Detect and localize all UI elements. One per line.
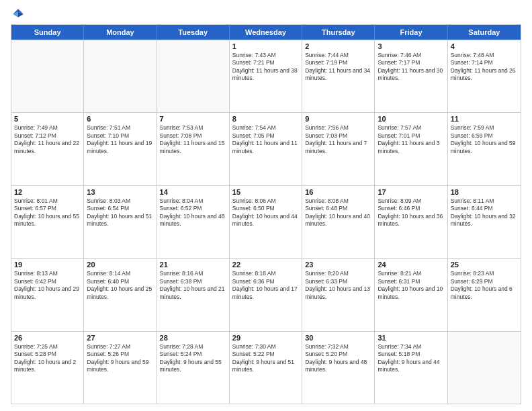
day-number: 20 — [87, 261, 153, 269]
day-number: 11 — [451, 115, 518, 123]
day-number: 18 — [451, 188, 518, 196]
day-number: 24 — [378, 261, 444, 269]
day-cell-11: 11Sunrise: 7:59 AM Sunset: 6:59 PM Dayli… — [448, 113, 521, 185]
cell-info: Sunrise: 8:14 AM Sunset: 6:40 PM Dayligh… — [87, 270, 153, 301]
day-cell-30: 30Sunrise: 7:32 AM Sunset: 5:20 PM Dayli… — [302, 332, 375, 404]
day-cell-9: 9Sunrise: 7:56 AM Sunset: 7:03 PM Daylig… — [302, 113, 375, 185]
day-cell-14: 14Sunrise: 8:04 AM Sunset: 6:52 PM Dayli… — [157, 186, 230, 258]
day-number: 30 — [305, 334, 371, 342]
cell-info: Sunrise: 8:04 AM Sunset: 6:52 PM Dayligh… — [160, 197, 226, 228]
cell-info: Sunrise: 8:16 AM Sunset: 6:38 PM Dayligh… — [160, 270, 226, 301]
day-number: 26 — [14, 334, 81, 342]
day-cell-3: 3Sunrise: 7:46 AM Sunset: 7:17 PM Daylig… — [375, 40, 447, 112]
day-number: 3 — [378, 42, 444, 50]
day-cell-15: 15Sunrise: 8:06 AM Sunset: 6:50 PM Dayli… — [230, 186, 302, 258]
day-cell-6: 6Sunrise: 7:51 AM Sunset: 7:10 PM Daylig… — [84, 113, 157, 185]
header — [11, 7, 521, 21]
empty-cell — [157, 40, 230, 112]
day-cell-26: 26Sunrise: 7:25 AM Sunset: 5:28 PM Dayli… — [11, 332, 84, 404]
cell-info: Sunrise: 7:48 AM Sunset: 7:14 PM Dayligh… — [451, 52, 518, 83]
weekday-header-row: SundayMondayTuesdayWednesdayThursdayFrid… — [11, 25, 521, 40]
day-cell-23: 23Sunrise: 8:20 AM Sunset: 6:33 PM Dayli… — [302, 259, 375, 330]
day-cell-27: 27Sunrise: 7:27 AM Sunset: 5:26 PM Dayli… — [84, 332, 157, 404]
day-number: 1 — [232, 42, 299, 50]
day-number: 27 — [87, 334, 153, 342]
day-cell-7: 7Sunrise: 7:53 AM Sunset: 7:08 PM Daylig… — [157, 113, 230, 185]
cell-info: Sunrise: 8:01 AM Sunset: 6:57 PM Dayligh… — [14, 197, 81, 228]
day-number: 5 — [14, 115, 81, 123]
weekday-header-sunday: Sunday — [11, 25, 84, 40]
cell-info: Sunrise: 8:13 AM Sunset: 6:42 PM Dayligh… — [14, 270, 81, 301]
day-number: 23 — [305, 261, 371, 269]
calendar-row-1: 1Sunrise: 7:43 AM Sunset: 7:21 PM Daylig… — [11, 40, 521, 112]
weekday-header-saturday: Saturday — [448, 25, 521, 40]
cell-info: Sunrise: 7:59 AM Sunset: 6:59 PM Dayligh… — [451, 124, 518, 155]
day-number: 8 — [232, 115, 299, 123]
cell-info: Sunrise: 8:03 AM Sunset: 6:54 PM Dayligh… — [87, 197, 153, 228]
day-cell-29: 29Sunrise: 7:30 AM Sunset: 5:22 PM Dayli… — [230, 332, 302, 404]
cell-info: Sunrise: 8:09 AM Sunset: 6:46 PM Dayligh… — [378, 197, 444, 228]
cell-info: Sunrise: 8:11 AM Sunset: 6:44 PM Dayligh… — [451, 197, 518, 228]
day-number: 9 — [305, 115, 371, 123]
calendar-row-4: 19Sunrise: 8:13 AM Sunset: 6:42 PM Dayli… — [11, 258, 521, 330]
day-cell-12: 12Sunrise: 8:01 AM Sunset: 6:57 PM Dayli… — [11, 186, 84, 258]
cell-info: Sunrise: 7:32 AM Sunset: 5:20 PM Dayligh… — [305, 343, 371, 374]
cell-info: Sunrise: 8:08 AM Sunset: 6:48 PM Dayligh… — [305, 197, 371, 228]
weekday-header-wednesday: Wednesday — [230, 25, 302, 40]
day-number: 14 — [160, 188, 226, 196]
cell-info: Sunrise: 7:28 AM Sunset: 5:24 PM Dayligh… — [160, 343, 226, 374]
cell-info: Sunrise: 7:43 AM Sunset: 7:21 PM Dayligh… — [232, 52, 299, 83]
day-number: 22 — [232, 261, 299, 269]
cell-info: Sunrise: 7:30 AM Sunset: 5:22 PM Dayligh… — [232, 343, 299, 374]
day-number: 16 — [305, 188, 371, 196]
logo — [11, 7, 27, 21]
day-cell-28: 28Sunrise: 7:28 AM Sunset: 5:24 PM Dayli… — [157, 332, 230, 404]
day-cell-13: 13Sunrise: 8:03 AM Sunset: 6:54 PM Dayli… — [84, 186, 157, 258]
calendar: SundayMondayTuesdayWednesdayThursdayFrid… — [11, 24, 521, 404]
logo-icon — [11, 7, 26, 21]
day-cell-24: 24Sunrise: 8:21 AM Sunset: 6:31 PM Dayli… — [375, 259, 447, 330]
cell-info: Sunrise: 8:23 AM Sunset: 6:29 PM Dayligh… — [451, 270, 518, 301]
day-cell-18: 18Sunrise: 8:11 AM Sunset: 6:44 PM Dayli… — [448, 186, 521, 258]
day-number: 10 — [378, 115, 444, 123]
day-cell-20: 20Sunrise: 8:14 AM Sunset: 6:40 PM Dayli… — [84, 259, 157, 330]
weekday-header-thursday: Thursday — [302, 25, 375, 40]
day-number: 6 — [87, 115, 153, 123]
day-number: 12 — [14, 188, 81, 196]
day-number: 7 — [160, 115, 226, 123]
calendar-row-2: 5Sunrise: 7:49 AM Sunset: 7:12 PM Daylig… — [11, 112, 521, 185]
calendar-row-5: 26Sunrise: 7:25 AM Sunset: 5:28 PM Dayli… — [11, 331, 521, 404]
cell-info: Sunrise: 8:20 AM Sunset: 6:33 PM Dayligh… — [305, 270, 371, 301]
cell-info: Sunrise: 7:53 AM Sunset: 7:08 PM Dayligh… — [160, 124, 226, 155]
day-cell-8: 8Sunrise: 7:54 AM Sunset: 7:05 PM Daylig… — [230, 113, 302, 185]
cell-info: Sunrise: 7:44 AM Sunset: 7:19 PM Dayligh… — [305, 52, 371, 83]
day-number: 17 — [378, 188, 444, 196]
calendar-body: 1Sunrise: 7:43 AM Sunset: 7:21 PM Daylig… — [11, 40, 521, 404]
empty-cell — [448, 332, 521, 404]
day-cell-16: 16Sunrise: 8:08 AM Sunset: 6:48 PM Dayli… — [302, 186, 375, 258]
day-cell-22: 22Sunrise: 8:18 AM Sunset: 6:36 PM Dayli… — [230, 259, 302, 330]
day-number: 4 — [451, 42, 518, 50]
day-cell-4: 4Sunrise: 7:48 AM Sunset: 7:14 PM Daylig… — [448, 40, 521, 112]
day-cell-10: 10Sunrise: 7:57 AM Sunset: 7:01 PM Dayli… — [375, 113, 447, 185]
cell-info: Sunrise: 7:34 AM Sunset: 5:18 PM Dayligh… — [378, 343, 444, 374]
day-number: 31 — [378, 334, 444, 342]
day-cell-25: 25Sunrise: 8:23 AM Sunset: 6:29 PM Dayli… — [448, 259, 521, 330]
calendar-row-3: 12Sunrise: 8:01 AM Sunset: 6:57 PM Dayli… — [11, 185, 521, 258]
day-number: 21 — [160, 261, 226, 269]
day-number: 2 — [305, 42, 371, 50]
cell-info: Sunrise: 7:49 AM Sunset: 7:12 PM Dayligh… — [14, 124, 81, 155]
weekday-header-tuesday: Tuesday — [157, 25, 230, 40]
day-cell-19: 19Sunrise: 8:13 AM Sunset: 6:42 PM Dayli… — [11, 259, 84, 330]
day-cell-2: 2Sunrise: 7:44 AM Sunset: 7:19 PM Daylig… — [302, 40, 375, 112]
day-number: 19 — [14, 261, 81, 269]
empty-cell — [11, 40, 84, 112]
day-number: 29 — [232, 334, 299, 342]
day-number: 13 — [87, 188, 153, 196]
cell-info: Sunrise: 7:54 AM Sunset: 7:05 PM Dayligh… — [232, 124, 299, 155]
day-number: 15 — [232, 188, 299, 196]
cell-info: Sunrise: 7:57 AM Sunset: 7:01 PM Dayligh… — [378, 124, 444, 155]
cell-info: Sunrise: 8:18 AM Sunset: 6:36 PM Dayligh… — [232, 270, 299, 301]
day-cell-5: 5Sunrise: 7:49 AM Sunset: 7:12 PM Daylig… — [11, 113, 84, 185]
weekday-header-monday: Monday — [84, 25, 157, 40]
